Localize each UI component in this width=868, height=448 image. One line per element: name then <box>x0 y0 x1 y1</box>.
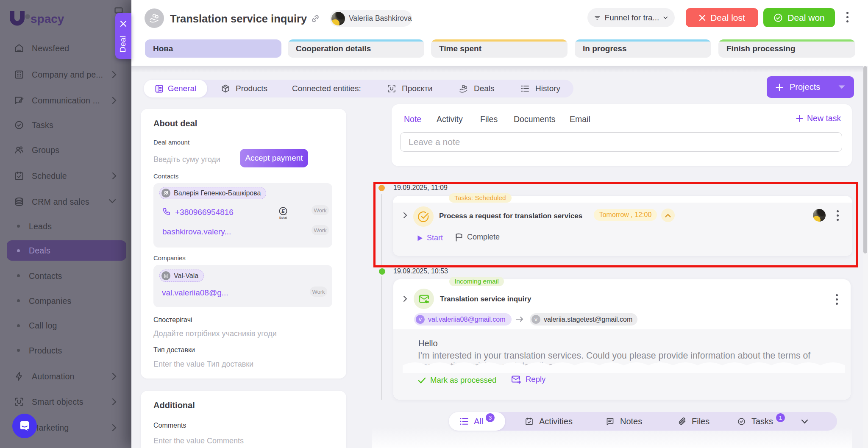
svg-text:spacy: spacy <box>31 12 64 25</box>
svg-text:Echat: Echat <box>279 216 287 219</box>
svg-text:E: E <box>281 209 285 214</box>
